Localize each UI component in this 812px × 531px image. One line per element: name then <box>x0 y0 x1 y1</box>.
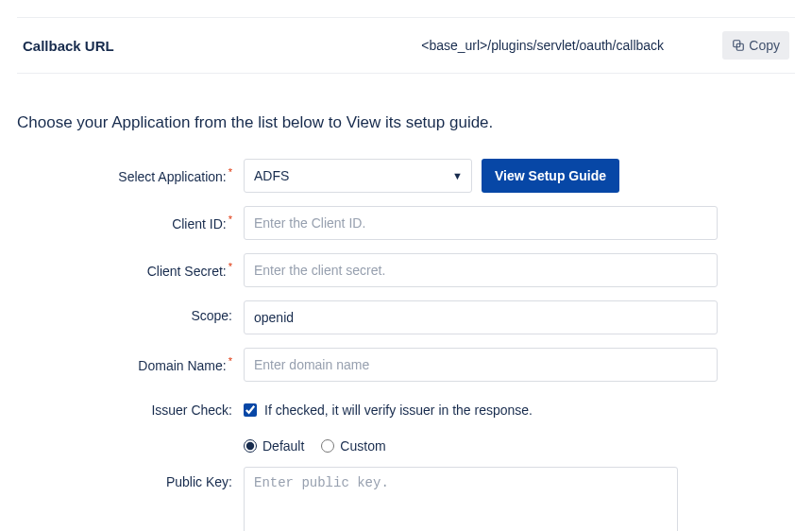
radio-default-wrapper[interactable]: Default <box>244 438 304 454</box>
label-select-application: Select Application:* <box>17 159 244 184</box>
row-domain-name: Domain Name:* <box>17 348 795 382</box>
row-client-secret: Client Secret:* <box>17 253 795 287</box>
radio-default[interactable] <box>244 439 257 453</box>
client-secret-input[interactable] <box>244 253 718 287</box>
callback-url-value: <base_url>/plugins/servlet/oauth/callbac… <box>363 38 722 53</box>
row-select-application: Select Application:* ADFS ▼ View Setup G… <box>17 159 795 193</box>
public-key-textarea[interactable] <box>244 467 678 531</box>
radio-custom-label: Custom <box>340 438 385 454</box>
label-client-id: Client ID:* <box>17 206 244 231</box>
label-issuer-check: Issuer Check: <box>17 395 244 418</box>
copy-button[interactable]: Copy <box>722 31 789 60</box>
label-public-key: Public Key: <box>17 467 244 489</box>
row-public-key: Public Key: <box>17 467 795 531</box>
row-client-id: Client ID:* <box>17 206 795 240</box>
issuer-check-checkbox[interactable] <box>244 403 257 417</box>
domain-name-input[interactable] <box>244 348 718 382</box>
row-radio: Default Custom <box>17 431 795 454</box>
label-client-secret: Client Secret:* <box>17 253 244 279</box>
scope-input[interactable] <box>244 300 718 334</box>
issuer-check-text: If checked, it will verify issuer in the… <box>264 403 533 418</box>
row-scope: Scope: <box>17 300 795 334</box>
copy-button-label: Copy <box>749 38 780 53</box>
radio-default-label: Default <box>262 438 304 454</box>
row-issuer-check: Issuer Check: If checked, it will verify… <box>17 395 795 418</box>
radio-custom-wrapper[interactable]: Custom <box>321 438 385 454</box>
callback-url-label: Callback URL <box>23 38 363 54</box>
select-application-dropdown[interactable]: ADFS <box>244 159 472 193</box>
copy-icon <box>732 39 745 52</box>
client-id-input[interactable] <box>244 206 718 240</box>
callback-url-row: Callback URL <base_url>/plugins/servlet/… <box>17 17 795 74</box>
label-scope: Scope: <box>17 300 244 323</box>
label-domain-name: Domain Name:* <box>17 348 244 373</box>
radio-custom[interactable] <box>321 439 334 453</box>
instructions-text: Choose your Application from the list be… <box>17 113 795 132</box>
view-setup-guide-button[interactable]: View Setup Guide <box>482 159 619 193</box>
